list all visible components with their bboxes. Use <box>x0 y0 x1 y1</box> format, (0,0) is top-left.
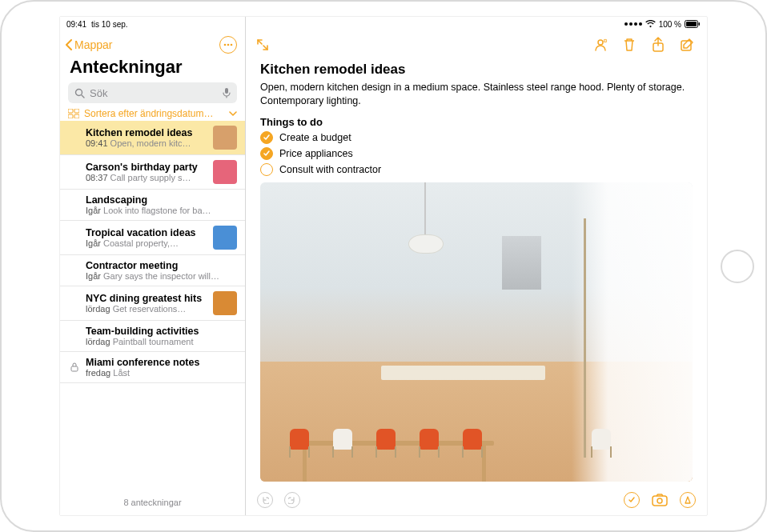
notes-sidebar: Mappar Anteckningar Sök Sortera efter än… <box>60 17 246 515</box>
note-list-item[interactable]: Contractor meetingIgår Gary says the ins… <box>60 255 245 286</box>
checklist-button[interactable] <box>624 492 640 508</box>
note-item-subtitle: lördag Get reservations… <box>86 304 207 314</box>
back-to-folders-button[interactable]: Mappar <box>65 38 112 51</box>
checklist-item[interactable]: Consult with contractor <box>260 163 693 176</box>
note-item-thumbnail <box>213 126 237 150</box>
svg-point-19 <box>657 498 662 503</box>
screen: 09:41 tis 10 sep. 100 % Mappar <box>59 16 708 516</box>
redo-button[interactable] <box>284 492 300 508</box>
status-date: tis 10 sep. <box>91 20 128 29</box>
note-item-title: Kitchen remodel ideas <box>86 127 207 138</box>
chevron-down-icon <box>229 110 237 117</box>
svg-point-5 <box>231 44 233 46</box>
note-item-title: NYC dining greatest hits <box>86 293 207 304</box>
notes-list: Kitchen remodel ideas09:41 Open, modern … <box>60 121 245 491</box>
note-list-item[interactable]: LandscapingIgår Look into flagstone for … <box>60 190 245 221</box>
svg-point-3 <box>224 44 227 46</box>
note-item-subtitle: lördag Paintball tournament <box>86 337 237 346</box>
search-placeholder: Sök <box>90 87 107 99</box>
chevron-left-icon <box>65 39 73 50</box>
checklist-label: Consult with contractor <box>279 164 381 175</box>
editor-toolbar-bottom <box>246 488 707 515</box>
status-bar: 09:41 tis 10 sep. 100 % <box>60 17 707 31</box>
ipad-frame: 09:41 tis 10 sep. 100 % Mappar <box>0 0 767 532</box>
sort-label: Sortera efter ändringsdatum… <box>84 108 213 119</box>
search-icon <box>74 88 85 98</box>
note-list-item[interactable]: Team-building activitieslördag Paintball… <box>60 321 245 352</box>
markup-button[interactable] <box>680 492 696 508</box>
delete-button[interactable] <box>620 36 638 54</box>
note-title[interactable]: Kitchen remodel ideas <box>260 62 693 78</box>
compose-button[interactable] <box>678 36 696 54</box>
note-paragraph[interactable]: Open, modern kitchen design in a medium … <box>260 81 693 108</box>
checklist-item[interactable]: Create a budget <box>260 131 693 144</box>
notes-count: 8 anteckningar <box>60 491 245 515</box>
ellipsis-icon <box>223 43 233 46</box>
share-button[interactable] <box>649 36 667 54</box>
checklist-item[interactable]: Price appliances <box>260 147 693 160</box>
battery-icon <box>685 20 701 28</box>
svg-rect-8 <box>225 88 228 94</box>
back-label: Mappar <box>74 38 112 51</box>
checklist: Create a budgetPrice appliancesConsult w… <box>260 131 693 176</box>
svg-rect-2 <box>699 22 701 26</box>
sidebar-title: Anteckningar <box>60 55 245 82</box>
note-body[interactable]: Kitchen remodel ideas Open, modern kitch… <box>246 55 707 488</box>
svg-rect-1 <box>686 22 697 26</box>
battery-percent: 100 % <box>659 20 681 29</box>
svg-rect-10 <box>74 109 79 113</box>
note-item-subtitle: Igår Look into flagstone for ba… <box>86 206 237 215</box>
search-input[interactable]: Sök <box>68 82 237 103</box>
note-list-item[interactable]: Tropical vacation ideasIgår Coastal prop… <box>60 221 245 255</box>
note-item-thumbnail <box>213 160 237 184</box>
status-time: 09:41 <box>66 20 86 29</box>
note-item-title: Carson's birthday party <box>86 162 207 173</box>
note-list-item[interactable]: Miami conference notesfredag Låst <box>60 352 245 383</box>
camera-button[interactable] <box>651 491 669 509</box>
note-list-item[interactable]: NYC dining greatest hitslördag Get reser… <box>60 286 245 321</box>
grid-icon <box>68 109 79 118</box>
svg-rect-12 <box>74 114 79 118</box>
cellular-icon <box>624 22 642 26</box>
svg-point-6 <box>76 89 82 95</box>
checklist-header[interactable]: Things to do <box>260 116 693 128</box>
svg-rect-13 <box>71 366 78 371</box>
note-image[interactable] <box>260 182 693 482</box>
editor-toolbar-top <box>246 33 707 55</box>
dictate-icon[interactable] <box>223 87 231 98</box>
svg-point-14 <box>598 40 603 45</box>
sort-button[interactable]: Sortera efter ändringsdatum… <box>68 108 237 119</box>
note-item-subtitle: Igår Gary says the inspector will… <box>86 271 237 281</box>
note-item-subtitle: 09:41 Open, modern kitc… <box>86 138 207 148</box>
note-item-title: Landscaping <box>86 194 237 206</box>
note-item-title: Miami conference notes <box>86 357 237 368</box>
note-item-title: Contractor meeting <box>86 260 237 271</box>
note-item-title: Team-building activities <box>86 326 237 337</box>
undo-button[interactable] <box>257 492 273 508</box>
note-item-thumbnail <box>213 291 237 315</box>
collaborate-button[interactable] <box>592 36 609 54</box>
svg-rect-11 <box>68 114 73 118</box>
note-item-title: Tropical vacation ideas <box>86 227 207 238</box>
checkbox-unchecked-icon[interactable] <box>260 163 273 176</box>
svg-rect-9 <box>68 109 73 113</box>
wifi-icon <box>645 20 656 28</box>
note-list-item[interactable]: Kitchen remodel ideas09:41 Open, modern … <box>60 121 245 155</box>
note-list-item[interactable]: Carson's birthday party08:37 Call party … <box>60 155 245 190</box>
checklist-label: Price appliances <box>279 148 353 159</box>
lock-icon <box>70 362 79 372</box>
svg-line-7 <box>82 95 84 98</box>
note-item-thumbnail <box>213 226 237 250</box>
note-item-subtitle: 08:37 Call party supply s… <box>86 173 207 182</box>
expand-button[interactable] <box>254 36 271 54</box>
svg-point-4 <box>227 44 230 46</box>
checklist-label: Create a budget <box>279 132 351 143</box>
note-item-subtitle: Igår Coastal property,… <box>86 238 207 248</box>
checkbox-checked-icon[interactable] <box>260 147 273 160</box>
note-item-subtitle: fredag Låst <box>86 368 237 378</box>
checkbox-checked-icon[interactable] <box>260 131 273 144</box>
home-button[interactable] <box>721 250 754 283</box>
note-editor: Kitchen remodel ideas Open, modern kitch… <box>246 17 707 515</box>
more-options-button[interactable] <box>219 36 237 54</box>
svg-rect-18 <box>653 496 667 506</box>
